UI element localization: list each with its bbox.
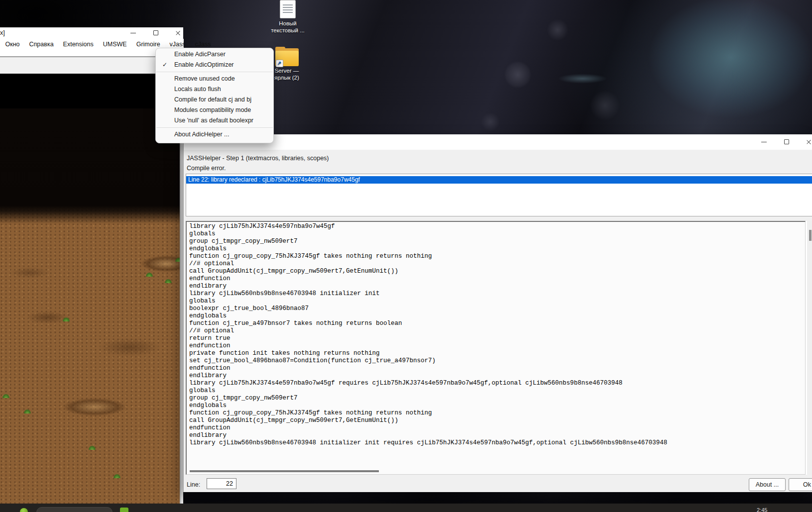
code-line: endfunction bbox=[189, 342, 805, 350]
code-line: library cjLib75hJKJ374s4e597nba9o7w45gf bbox=[189, 223, 805, 230]
taskbar: 2:45 bbox=[0, 504, 812, 512]
code-line: function cj_group_copy_75hJKJ3745gf take… bbox=[189, 253, 805, 260]
code-line: globals bbox=[189, 298, 805, 305]
code-line: endlibrary bbox=[189, 283, 805, 290]
menu-item-remove-unused-code[interactable]: Remove unused code bbox=[156, 74, 273, 84]
code-output-box[interactable]: library cjLib75hJKJ374s4e597nba9o7w45gfg… bbox=[186, 221, 806, 475]
menu-item-compile-default[interactable]: Compile for default cj and bj bbox=[156, 95, 273, 105]
selected-error-row[interactable]: Line 22: library redeclared : cjLib75hJK… bbox=[186, 176, 812, 184]
vertical-scrollbar-thumb[interactable] bbox=[809, 230, 812, 241]
menu-separator bbox=[156, 72, 273, 72]
code-line: globals bbox=[189, 387, 805, 395]
dialog-close-button[interactable] bbox=[799, 134, 812, 150]
minimize-button[interactable] bbox=[125, 27, 140, 39]
code-line: endfunction bbox=[189, 424, 805, 432]
desktop: Новый текстовый ... ↗ Server — ярлык (2)… bbox=[0, 0, 812, 512]
code-line: call GroupAddUnit(cj_tmpgr_copy_nw509ert… bbox=[189, 268, 805, 275]
shortcut-arrow-icon: ↗ bbox=[276, 60, 283, 67]
compile-error-line: Compile error. bbox=[187, 165, 226, 172]
desktop-icon-text-file[interactable]: Новый текстовый ... bbox=[269, 0, 307, 34]
code-line: endglobals bbox=[189, 402, 805, 410]
code-line: library cjLibw560nbs9b8nse46703948 initi… bbox=[189, 439, 805, 447]
menu-separator bbox=[156, 127, 273, 128]
maximize-button[interactable] bbox=[148, 27, 163, 39]
map-terrain-view[interactable] bbox=[0, 108, 183, 504]
code-lines: library cjLib75hJKJ374s4e597nba9o7w45gfg… bbox=[187, 222, 805, 447]
menu-item-modules-compat[interactable]: Modules compatibility mode bbox=[156, 105, 273, 115]
grass-tuft bbox=[114, 474, 120, 478]
code-line: group cj_tmpgr_copy_nw509ert7 bbox=[189, 395, 805, 402]
code-line: function cj_group_copy_75hJKJ3745gf take… bbox=[189, 410, 805, 417]
taskbar-app-icon-green-square[interactable] bbox=[120, 508, 128, 512]
close-icon bbox=[175, 30, 181, 36]
code-line: globals bbox=[189, 230, 805, 238]
editor-title-fragment: x] bbox=[0, 29, 5, 36]
code-line: //# optional bbox=[189, 327, 805, 335]
code-line: function cj_true_a497bnsor7 takes nothin… bbox=[189, 320, 805, 327]
close-button[interactable] bbox=[170, 27, 185, 39]
dialog-maximize-button[interactable] bbox=[776, 134, 797, 150]
menu-item-enable-adicoptimizer[interactable]: ✓ Enable AdicOptimizer bbox=[156, 60, 273, 70]
check-icon: ✓ bbox=[162, 60, 171, 70]
line-number-input[interactable] bbox=[207, 478, 236, 489]
menubar-item[interactable]: cJass bbox=[190, 41, 216, 48]
menubar-item[interactable]: Справка bbox=[24, 41, 58, 48]
menubar-item[interactable]: Grimoire bbox=[131, 41, 165, 48]
taskbar-app-icon-green-circle[interactable] bbox=[20, 508, 28, 512]
ok-button[interactable]: Ok bbox=[789, 478, 812, 491]
code-line: group cj_tmpgr_copy_nw509ert7 bbox=[189, 238, 805, 245]
menu-item-enable-adicparser[interactable]: Enable AdicParser bbox=[156, 49, 273, 60]
code-line: set cj_true_bool_4896bnao87=Condition(fu… bbox=[189, 357, 805, 365]
menu-item-about-adichelper[interactable]: About AdicHelper ... bbox=[156, 129, 273, 140]
code-line: library cjLib75hJKJ374s4e597nba9o7w45gf … bbox=[189, 380, 805, 387]
maximize-icon bbox=[784, 139, 789, 144]
grass-tuft bbox=[24, 410, 31, 413]
about-button[interactable]: About ... bbox=[749, 478, 786, 491]
code-line: endfunction bbox=[189, 365, 805, 372]
folder-icon: ↗ bbox=[275, 47, 299, 67]
code-line: endlibrary bbox=[189, 372, 805, 380]
taskbar-clock[interactable]: 2:45 bbox=[757, 507, 767, 512]
text-file-icon bbox=[280, 0, 296, 18]
editor-menubar: ОкноСправкаExtensionsUMSWEGrimoirevJassc… bbox=[0, 39, 184, 50]
line-label: Line: bbox=[187, 481, 200, 488]
horizontal-scrollbar-thumb[interactable] bbox=[190, 470, 379, 472]
code-line: endglobals bbox=[189, 312, 805, 320]
grass-tuft bbox=[63, 317, 70, 321]
icon-label: текстовый ... bbox=[269, 27, 307, 34]
grass-tuft bbox=[89, 446, 96, 450]
vertical-scrollbar-track[interactable] bbox=[807, 221, 812, 475]
menubar-item[interactable]: UMSWE bbox=[98, 41, 131, 48]
dialog-minimize-button[interactable] bbox=[754, 134, 775, 150]
maximize-icon bbox=[153, 30, 158, 35]
menubar-item[interactable]: Extensions bbox=[58, 41, 98, 48]
code-line: endfunction bbox=[189, 275, 805, 283]
taskbar-search-pill[interactable] bbox=[36, 507, 113, 512]
dialog-titlebar[interactable] bbox=[184, 134, 812, 150]
close-icon bbox=[806, 139, 812, 145]
jasshelper-dialog: JASSHelper - Step 1 (textmacros, librari… bbox=[183, 134, 812, 492]
menu-item-locals-auto-flush[interactable]: Locals auto flush bbox=[156, 84, 273, 95]
grass-tuft bbox=[146, 273, 153, 277]
editor-titlebar: x] bbox=[0, 27, 183, 39]
cjass-dropdown-menu: Enable AdicParser ✓ Enable AdicOptimizer… bbox=[155, 48, 274, 143]
icon-label: Новый bbox=[269, 20, 307, 27]
status-line: JASSHelper - Step 1 (textmacros, librari… bbox=[187, 155, 329, 162]
minimize-icon bbox=[761, 142, 767, 142]
minimize-icon bbox=[130, 33, 136, 33]
grass-tuft bbox=[165, 279, 172, 283]
grass-tuft bbox=[2, 394, 9, 398]
menubar-item[interactable]: vJass bbox=[165, 41, 190, 48]
menu-item-null-boolexpr[interactable]: Use 'null' as default boolexpr bbox=[156, 115, 273, 126]
code-line: endlibrary bbox=[189, 432, 805, 439]
code-line: boolexpr cj_true_bool_4896bnao87 bbox=[189, 305, 805, 312]
code-line: return true bbox=[189, 335, 805, 342]
menubar-item[interactable]: Окно bbox=[0, 41, 24, 48]
code-line: call GroupAddUnit(cj_tmpgr_copy_nw509ert… bbox=[189, 417, 805, 424]
code-line: //# optional bbox=[189, 260, 805, 268]
code-line: endglobals bbox=[189, 245, 805, 253]
code-line: library cjLibw560nbs9b8nse46703948 initi… bbox=[189, 290, 805, 298]
code-line: private function init takes nothing retu… bbox=[189, 350, 805, 357]
error-list[interactable]: Line 22: library redeclared : cjLib75hJK… bbox=[186, 174, 812, 216]
